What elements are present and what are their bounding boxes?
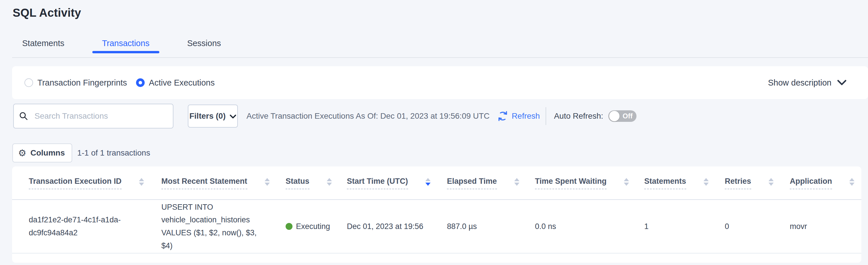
col-header-application[interactable]: Application [790, 177, 861, 189]
search-icon [19, 111, 28, 121]
cell-transaction-execution-id: da1f21e2-de71-4c1f-a1da-dc9fc94a84a2 [29, 213, 141, 239]
controls-row: Filters (0) Active Transaction Execution… [13, 104, 637, 129]
view-mode-panel: Transaction Fingerprints Active Executio… [12, 66, 868, 99]
sort-icon[interactable] [849, 178, 855, 186]
auto-refresh-label: Auto Refresh: [554, 111, 603, 121]
col-header-time-spent-waiting[interactable]: Time Spent Waiting [535, 177, 644, 189]
radio-transaction-fingerprints[interactable]: Transaction Fingerprints [25, 78, 127, 87]
toggle-knob[interactable] [609, 111, 620, 121]
sort-icon-active-desc[interactable] [425, 178, 431, 186]
toggle-state-label: Off [623, 110, 633, 122]
sort-icon[interactable] [327, 178, 332, 186]
refresh-label[interactable]: Refresh [512, 111, 540, 121]
radio-selected-icon[interactable] [136, 78, 145, 87]
cell-status: Executing [286, 220, 347, 233]
col-header-statements[interactable]: Statements [644, 177, 725, 189]
columns-button-label[interactable]: Columns [30, 148, 65, 158]
chevron-down-icon [229, 114, 237, 119]
chevron-down-icon [837, 80, 846, 86]
columns-button[interactable]: ⚙ Columns [12, 143, 72, 162]
radio-label[interactable]: Transaction Fingerprints [37, 78, 127, 87]
results-count: 1-1 of 1 transactions [77, 148, 150, 158]
search-input[interactable] [34, 111, 161, 121]
cell-most-recent-statement: UPSERT INTO vehicle_location_histories V… [161, 201, 276, 252]
filters-button-label[interactable]: Filters (0) [189, 111, 225, 121]
radio-active-executions[interactable]: Active Executions [136, 78, 215, 87]
show-description-toggle[interactable]: Show description [768, 78, 846, 87]
tab-statements[interactable]: Statements [12, 38, 74, 60]
sort-icon[interactable] [704, 178, 709, 186]
transactions-table-card: Transaction Execution ID Most Recent Sta… [12, 166, 861, 263]
cell-statements: 1 [644, 220, 725, 233]
view-mode-radio-group: Transaction Fingerprints Active Executio… [25, 78, 215, 87]
col-header-retries[interactable]: Retries [725, 177, 790, 189]
cell-application: movr [790, 220, 861, 233]
tab-transactions[interactable]: Transactions [92, 38, 159, 60]
sort-icon[interactable] [514, 178, 520, 186]
radio-label[interactable]: Active Executions [149, 78, 215, 87]
col-header-transaction-execution-id[interactable]: Transaction Execution ID [29, 177, 161, 189]
col-header-most-recent-statement[interactable]: Most Recent Statement [161, 177, 286, 189]
page-title: SQL Activity [13, 6, 81, 19]
vertical-divider [546, 107, 546, 125]
cell-time-spent-waiting: 0.0 ns [535, 220, 644, 233]
cell-retries: 0 [725, 220, 790, 233]
status-label: Executing [296, 220, 330, 233]
col-header-elapsed-time[interactable]: Elapsed Time [447, 177, 535, 189]
refresh-button[interactable]: Refresh [497, 110, 540, 122]
table-header-row: Transaction Execution ID Most Recent Sta… [12, 166, 861, 200]
filters-button[interactable]: Filters (0) [188, 105, 238, 128]
sort-icon[interactable] [769, 178, 774, 186]
sql-activity-page: SQL Activity Statements Transactions Ses… [0, 0, 868, 265]
refresh-icon [497, 110, 509, 122]
as-of-timestamp: Active Transaction Executions As Of: Dec… [246, 111, 490, 121]
radio-unselected-icon[interactable] [25, 78, 33, 87]
show-description-label[interactable]: Show description [768, 78, 832, 87]
tab-sessions[interactable]: Sessions [178, 38, 231, 60]
col-header-status[interactable]: Status [286, 177, 347, 189]
cell-start-time: Dec 01, 2023 at 19:56 [347, 220, 447, 233]
search-box[interactable] [13, 104, 174, 129]
tabbar: Statements Transactions Sessions [12, 38, 249, 60]
sort-icon[interactable] [624, 178, 629, 186]
table-toolbar: ⚙ Columns 1-1 of 1 transactions [12, 143, 150, 162]
sort-icon[interactable] [265, 178, 270, 186]
table-row: da1f21e2-de71-4c1f-a1da-dc9fc94a84a2 UPS… [12, 200, 861, 254]
cell-elapsed-time: 887.0 µs [447, 220, 535, 233]
auto-refresh-toggle[interactable]: Off [608, 110, 637, 122]
sort-icon[interactable] [139, 178, 144, 186]
col-header-start-time[interactable]: Start Time (UTC) [347, 177, 447, 189]
status-executing-dot-icon [286, 223, 292, 230]
gear-icon: ⚙ [18, 148, 27, 158]
